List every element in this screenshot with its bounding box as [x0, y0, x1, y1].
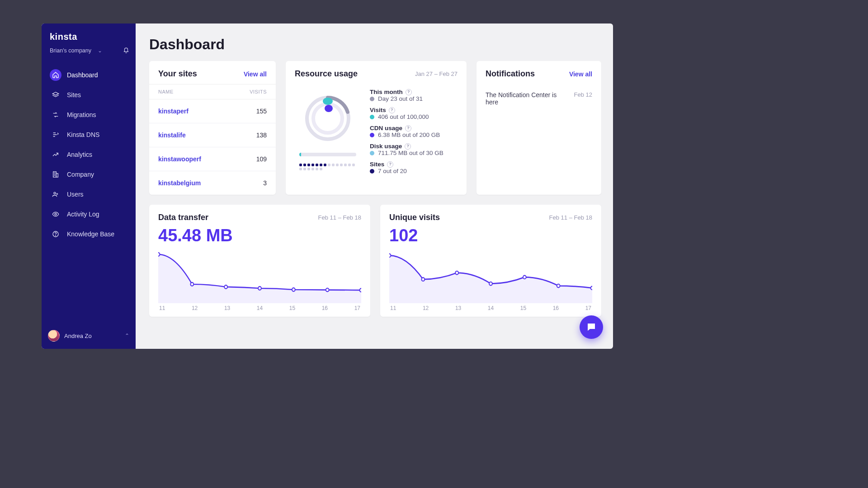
user-name: Andrea Zo	[64, 333, 92, 339]
sidebar-item-label: Sites	[67, 91, 81, 99]
svg-point-8	[323, 98, 333, 105]
usage-value: 6.38 MB out of 200 GB	[370, 131, 458, 138]
table-row[interactable]: kinstawooperf 109	[149, 147, 276, 171]
line-chart-unique-visits	[389, 249, 592, 303]
svg-point-23	[591, 286, 592, 290]
card-title: Notifications	[486, 69, 535, 79]
card-unique-visits: Unique visits Feb 11 – Feb 18 102 111213…	[380, 205, 601, 317]
usage-donut-chart	[301, 91, 355, 145]
building-icon	[50, 169, 61, 180]
sidebar-item-analytics[interactable]: Analytics	[45, 145, 132, 164]
x-tick: 11	[159, 305, 165, 311]
visits-value: 3	[263, 179, 267, 187]
users-icon	[50, 188, 61, 200]
layers-icon	[50, 89, 61, 101]
company-name: Brian's company	[50, 47, 91, 54]
svg-point-9	[325, 105, 333, 112]
svg-point-3	[55, 213, 57, 215]
site-link[interactable]: kinstawooperf	[158, 155, 201, 163]
table-row[interactable]: kinstaperf 155	[149, 99, 276, 123]
info-icon[interactable]: ?	[405, 143, 411, 150]
svg-rect-1	[56, 174, 58, 177]
site-link[interactable]: kinstaperf	[158, 108, 189, 115]
chat-fab[interactable]	[580, 315, 603, 339]
sidebar-item-label: Dashboard	[67, 71, 98, 79]
sidebar-item-company[interactable]: Company	[45, 165, 132, 184]
x-tick: 13	[455, 305, 461, 311]
migrate-icon	[50, 109, 61, 121]
sidebar: kinsta Brian's company ⌄ Dashboard S	[42, 23, 136, 349]
help-icon	[50, 228, 61, 240]
card-title: Data transfer	[158, 213, 208, 222]
svg-point-17	[389, 254, 391, 258]
x-tick: 16	[553, 305, 559, 311]
site-link[interactable]: kinstabelgium	[158, 179, 201, 187]
card-title: Unique visits	[389, 213, 440, 222]
usage-label: Visits?	[370, 107, 458, 113]
sidebar-item-label: Knowledge Base	[67, 230, 114, 238]
x-tick: 15	[520, 305, 526, 311]
info-icon[interactable]: ?	[387, 161, 393, 168]
svg-point-15	[326, 288, 329, 292]
x-tick: 11	[390, 305, 396, 311]
sidebar-item-dns[interactable]: Kinsta DNS	[45, 125, 132, 144]
bell-icon[interactable]	[123, 47, 129, 54]
sidebar-item-label: Migrations	[67, 111, 96, 118]
sidebar-item-label: Kinsta DNS	[67, 131, 99, 138]
sidebar-item-migrations[interactable]: Migrations	[45, 105, 132, 124]
chat-icon	[586, 322, 597, 333]
svg-point-22	[557, 284, 560, 288]
legend-dot	[370, 133, 374, 137]
usage-value: 711.75 MB out of 30 GB	[370, 150, 458, 156]
legend-dot	[370, 115, 374, 119]
sidebar-item-label: Company	[67, 171, 94, 178]
info-icon[interactable]: ?	[405, 125, 411, 131]
brand-logo: kinsta	[42, 23, 136, 45]
svg-point-20	[489, 282, 492, 286]
chevron-up-icon: ⌃	[125, 333, 129, 339]
legend-dot	[370, 97, 374, 101]
x-axis: 11121314151617	[389, 303, 592, 311]
x-axis: 11121314151617	[158, 303, 361, 311]
view-all-notifications-link[interactable]: View all	[569, 70, 592, 78]
x-tick: 16	[322, 305, 328, 311]
notification-item[interactable]: The Notification Center is hereFeb 12	[476, 84, 601, 113]
metric-headline: 45.48 MB	[158, 226, 361, 245]
sidebar-item-sites[interactable]: Sites	[45, 85, 132, 104]
trend-icon	[50, 149, 61, 160]
usage-value: 406 out of 100,000	[370, 113, 458, 120]
disk-usage-bar	[299, 153, 356, 156]
svg-point-14	[292, 288, 295, 291]
sidebar-item-dashboard[interactable]: Dashboard	[45, 66, 132, 84]
card-title: Your sites	[158, 69, 197, 79]
notification-date: Feb 12	[574, 91, 592, 106]
svg-point-11	[190, 282, 193, 286]
view-all-sites-link[interactable]: View all	[244, 70, 267, 78]
usage-label: Disk usage?	[370, 143, 458, 150]
x-tick: 17	[354, 305, 360, 311]
eye-icon	[50, 208, 61, 220]
usage-value: 7 out of 20	[370, 168, 458, 174]
x-tick: 14	[488, 305, 494, 311]
x-tick: 17	[585, 305, 591, 311]
visits-value: 155	[256, 108, 267, 115]
user-menu[interactable]: Andrea Zo ⌃	[42, 324, 136, 349]
table-row[interactable]: kinstalife 138	[149, 123, 276, 147]
sites-dots	[299, 164, 356, 170]
date-range: Feb 11 – Feb 18	[549, 214, 592, 221]
info-icon[interactable]: ?	[406, 89, 412, 95]
date-range: Feb 11 – Feb 18	[318, 214, 361, 221]
sidebar-item-activity[interactable]: Activity Log	[45, 205, 132, 224]
table-row[interactable]: kinstabelgium 3	[149, 171, 276, 195]
sidebar-item-label: Activity Log	[67, 211, 99, 218]
table-header: NAME VISITS	[149, 84, 276, 99]
svg-point-19	[455, 271, 458, 275]
usage-label: This month?	[370, 89, 458, 95]
sidebar-item-users[interactable]: Users	[45, 185, 132, 204]
sidebar-item-kb[interactable]: Knowledge Base	[45, 225, 132, 244]
svg-point-13	[258, 286, 261, 290]
company-switcher[interactable]: Brian's company ⌄	[42, 45, 136, 61]
site-link[interactable]: kinstalife	[158, 131, 186, 139]
sidebar-item-label: Users	[67, 191, 84, 198]
info-icon[interactable]: ?	[389, 107, 395, 113]
